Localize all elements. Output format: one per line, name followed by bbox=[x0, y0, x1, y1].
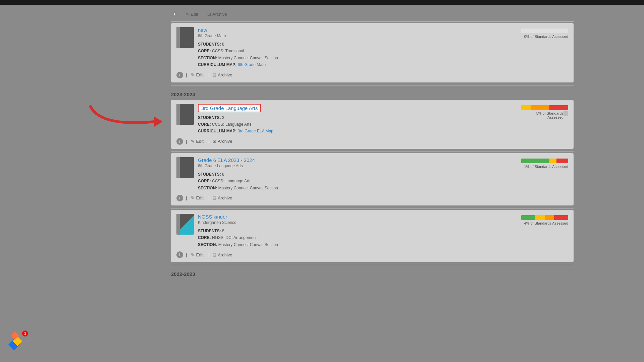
svg-marker-0 bbox=[154, 117, 163, 127]
class-subtitle-ngss: Kindergarten Science bbox=[198, 220, 568, 225]
annotated-section: 3rd Grade Language Arts STUDENTS: 3 CORE… bbox=[171, 100, 574, 149]
class-details-new: STUDENTS: 8 CORE: CCSS: Traditional SECT… bbox=[198, 41, 568, 68]
class-info-new: new 6th Grade Math STUDENTS: 8 CORE: CCS… bbox=[198, 27, 568, 68]
archive-button-3rd-la[interactable]: ⊡ Archive bbox=[211, 138, 233, 144]
top-toolbar-row: i | ✎ Edit | ⊡ Archive bbox=[171, 8, 574, 20]
info-icon-new[interactable]: i bbox=[176, 72, 183, 78]
progress-label-ngss: 4% of Standards Assessed bbox=[521, 221, 568, 225]
pencil-icon-grade6: ✎ bbox=[191, 195, 195, 200]
divider-2 bbox=[171, 152, 574, 152]
class-subtitle-grade6: 6th Grade Language Arts bbox=[198, 164, 568, 168]
divider-3 bbox=[171, 208, 574, 208]
class-card-3rd-la: 3rd Grade Language Arts STUDENTS: 3 CORE… bbox=[171, 100, 574, 149]
progress-area-grade6: 1% of Standards Assessed bbox=[521, 159, 568, 169]
class-title-new[interactable]: new bbox=[198, 27, 568, 33]
progress-area-ngss: 4% of Standards Assessed bbox=[521, 215, 568, 225]
section-header-2023: 2023-2024 bbox=[171, 87, 574, 100]
class-info-ngss: NGSS kinder Kindergarten Science STUDENT… bbox=[198, 214, 568, 248]
progress-bar-3rd-la bbox=[521, 105, 568, 110]
class-details-ngss: STUDENTS: 8 CORE: NGSS: DCI Arrangement … bbox=[198, 228, 568, 248]
pencil-icon-top: ✎ bbox=[185, 12, 189, 17]
progress-label-new: 0% of Standards Assessed bbox=[521, 35, 568, 39]
info-icon-grade6[interactable]: i bbox=[176, 195, 183, 201]
info-icon-top[interactable]: i bbox=[171, 11, 178, 17]
progress-area-new: 0% of Standards Assessed bbox=[521, 28, 568, 39]
pencil-icon-ngss: ✎ bbox=[191, 252, 195, 257]
class-thumbnail-new bbox=[176, 27, 194, 48]
class-details-grade6: STUDENTS: 8 CORE: CCSS: Language Arts SE… bbox=[198, 171, 568, 191]
archive-icon-grade6: ⊡ bbox=[213, 195, 216, 200]
card-actions-new: i | ✎ Edit | ⊡ Archive bbox=[176, 72, 568, 78]
class-title-grade6[interactable]: Grade 6 ELA 2023 - 2024 bbox=[198, 157, 568, 163]
notification-badge[interactable]: 1 bbox=[10, 332, 30, 352]
notification-count: 1 bbox=[22, 330, 28, 337]
progress-bar-new bbox=[521, 28, 568, 33]
class-info-grade6: Grade 6 ELA 2023 - 2024 6th Grade Langua… bbox=[198, 157, 568, 191]
archive-icon-ngss: ⊡ bbox=[213, 252, 216, 257]
class-details-3rd-la: STUDENTS: 3 CORE: CCSS: Language Arts CU… bbox=[198, 114, 568, 135]
section-header-2022: 2022-2023 bbox=[171, 266, 574, 280]
archive-icon-3rd-la: ⊡ bbox=[213, 139, 216, 144]
archive-button-new[interactable]: ⊡ Archive bbox=[211, 72, 233, 78]
progress-label-3rd-la: 5% of Standards Assessed bbox=[521, 111, 568, 119]
class-title-ngss[interactable]: NGSS kinder bbox=[198, 214, 568, 220]
curriculum-map-link-new[interactable]: 6th Grade Math bbox=[238, 62, 266, 67]
class-card-ngss: NGSS kinder Kindergarten Science STUDENT… bbox=[171, 210, 574, 262]
pencil-icon-3rd-la: ✎ bbox=[191, 139, 195, 144]
info-icon-ngss[interactable]: i bbox=[176, 251, 183, 258]
curriculum-map-link-3rd-la[interactable]: 3rd Grade ELA Map bbox=[238, 129, 273, 133]
archive-button-ngss[interactable]: ⊡ Archive bbox=[211, 252, 233, 258]
edit-button-new[interactable]: ✎ Edit bbox=[190, 72, 205, 78]
card-actions-ngss: i | ✎ Edit | ⊡ Archive bbox=[176, 251, 568, 258]
archive-icon-new: ⊡ bbox=[213, 72, 216, 77]
class-thumbnail-3rd-la bbox=[176, 104, 194, 125]
card-actions-3rd-la: i | ✎ Edit | ⊡ Archive bbox=[176, 138, 568, 145]
progress-bar-grade6 bbox=[521, 159, 568, 163]
top-bar bbox=[0, 0, 644, 5]
class-title-highlight-box: 3rd Grade Language Arts bbox=[198, 104, 261, 112]
class-title-3rd-la[interactable]: 3rd Grade Language Arts bbox=[201, 105, 258, 111]
archive-button-grade6[interactable]: ⊡ Archive bbox=[211, 195, 233, 201]
progress-area-3rd-la: 5% of Standards Assessed bbox=[521, 105, 568, 119]
divider-1 bbox=[171, 85, 574, 85]
edit-button-3rd-la[interactable]: ✎ Edit bbox=[190, 138, 205, 144]
divider-4 bbox=[171, 265, 574, 265]
top-edit-button[interactable]: ✎ Edit bbox=[184, 11, 199, 17]
card-actions-grade6: i | ✎ Edit | ⊡ Archive bbox=[176, 195, 568, 201]
top-archive-button[interactable]: ⊡ Archive bbox=[206, 11, 228, 17]
archive-icon-top: ⊡ bbox=[207, 12, 211, 17]
progress-label-grade6: 1% of Standards Assessed bbox=[521, 165, 568, 169]
ellipsis-icon-3rd[interactable] bbox=[564, 111, 568, 116]
edit-button-ngss[interactable]: ✎ Edit bbox=[190, 252, 205, 258]
edit-button-grade6[interactable]: ✎ Edit bbox=[190, 195, 205, 201]
divider-top bbox=[171, 21, 574, 22]
class-card-new: new 6th Grade Math STUDENTS: 8 CORE: CCS… bbox=[171, 23, 574, 82]
arrow-annotation bbox=[80, 103, 174, 133]
class-subtitle-new: 6th Grade Math bbox=[198, 34, 568, 38]
progress-bar-ngss bbox=[521, 215, 568, 220]
class-thumbnail-ngss bbox=[176, 214, 194, 235]
class-info-3rd-la: 3rd Grade Language Arts STUDENTS: 3 CORE… bbox=[198, 104, 568, 135]
info-icon-3rd-la[interactable]: i bbox=[176, 138, 183, 145]
class-card-grade6-ela: Grade 6 ELA 2023 - 2024 6th Grade Langua… bbox=[171, 153, 574, 205]
pencil-icon-new: ✎ bbox=[191, 72, 195, 77]
class-thumbnail-grade6 bbox=[176, 157, 194, 178]
